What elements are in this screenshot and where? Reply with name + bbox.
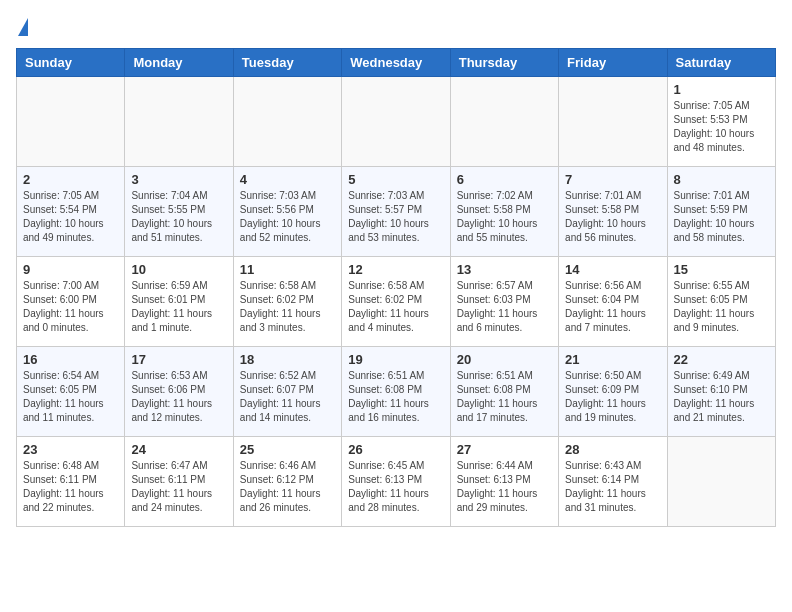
calendar-cell: 1Sunrise: 7:05 AM Sunset: 5:53 PM Daylig… [667, 77, 775, 167]
calendar-week-2: 2Sunrise: 7:05 AM Sunset: 5:54 PM Daylig… [17, 167, 776, 257]
calendar-cell: 20Sunrise: 6:51 AM Sunset: 6:08 PM Dayli… [450, 347, 558, 437]
day-number: 28 [565, 442, 660, 457]
day-number: 26 [348, 442, 443, 457]
calendar-cell [559, 77, 667, 167]
weekday-header-monday: Monday [125, 49, 233, 77]
day-info: Sunrise: 6:58 AM Sunset: 6:02 PM Dayligh… [240, 279, 335, 335]
calendar-week-1: 1Sunrise: 7:05 AM Sunset: 5:53 PM Daylig… [17, 77, 776, 167]
day-number: 12 [348, 262, 443, 277]
day-number: 6 [457, 172, 552, 187]
calendar-cell [233, 77, 341, 167]
day-info: Sunrise: 6:53 AM Sunset: 6:06 PM Dayligh… [131, 369, 226, 425]
calendar-cell: 26Sunrise: 6:45 AM Sunset: 6:13 PM Dayli… [342, 437, 450, 527]
day-number: 9 [23, 262, 118, 277]
day-number: 19 [348, 352, 443, 367]
day-number: 11 [240, 262, 335, 277]
calendar-cell: 6Sunrise: 7:02 AM Sunset: 5:58 PM Daylig… [450, 167, 558, 257]
calendar-cell: 17Sunrise: 6:53 AM Sunset: 6:06 PM Dayli… [125, 347, 233, 437]
day-number: 3 [131, 172, 226, 187]
calendar-table: SundayMondayTuesdayWednesdayThursdayFrid… [16, 48, 776, 527]
logo-icon [18, 18, 28, 36]
calendar-cell [17, 77, 125, 167]
day-info: Sunrise: 6:57 AM Sunset: 6:03 PM Dayligh… [457, 279, 552, 335]
day-info: Sunrise: 7:05 AM Sunset: 5:54 PM Dayligh… [23, 189, 118, 245]
day-number: 7 [565, 172, 660, 187]
calendar-cell: 11Sunrise: 6:58 AM Sunset: 6:02 PM Dayli… [233, 257, 341, 347]
day-number: 16 [23, 352, 118, 367]
weekday-header-tuesday: Tuesday [233, 49, 341, 77]
calendar-cell: 12Sunrise: 6:58 AM Sunset: 6:02 PM Dayli… [342, 257, 450, 347]
day-info: Sunrise: 6:50 AM Sunset: 6:09 PM Dayligh… [565, 369, 660, 425]
calendar-cell: 25Sunrise: 6:46 AM Sunset: 6:12 PM Dayli… [233, 437, 341, 527]
day-info: Sunrise: 6:44 AM Sunset: 6:13 PM Dayligh… [457, 459, 552, 515]
calendar-cell [342, 77, 450, 167]
calendar-cell: 10Sunrise: 6:59 AM Sunset: 6:01 PM Dayli… [125, 257, 233, 347]
day-number: 1 [674, 82, 769, 97]
calendar-cell: 4Sunrise: 7:03 AM Sunset: 5:56 PM Daylig… [233, 167, 341, 257]
calendar-cell: 22Sunrise: 6:49 AM Sunset: 6:10 PM Dayli… [667, 347, 775, 437]
day-number: 10 [131, 262, 226, 277]
day-info: Sunrise: 6:47 AM Sunset: 6:11 PM Dayligh… [131, 459, 226, 515]
calendar-cell: 9Sunrise: 7:00 AM Sunset: 6:00 PM Daylig… [17, 257, 125, 347]
day-number: 18 [240, 352, 335, 367]
day-info: Sunrise: 6:51 AM Sunset: 6:08 PM Dayligh… [348, 369, 443, 425]
day-info: Sunrise: 6:45 AM Sunset: 6:13 PM Dayligh… [348, 459, 443, 515]
day-info: Sunrise: 7:03 AM Sunset: 5:56 PM Dayligh… [240, 189, 335, 245]
weekday-header-sunday: Sunday [17, 49, 125, 77]
day-number: 23 [23, 442, 118, 457]
calendar-cell: 21Sunrise: 6:50 AM Sunset: 6:09 PM Dayli… [559, 347, 667, 437]
calendar-cell: 2Sunrise: 7:05 AM Sunset: 5:54 PM Daylig… [17, 167, 125, 257]
day-number: 4 [240, 172, 335, 187]
day-info: Sunrise: 7:03 AM Sunset: 5:57 PM Dayligh… [348, 189, 443, 245]
calendar-cell: 8Sunrise: 7:01 AM Sunset: 5:59 PM Daylig… [667, 167, 775, 257]
calendar-cell: 7Sunrise: 7:01 AM Sunset: 5:58 PM Daylig… [559, 167, 667, 257]
day-number: 21 [565, 352, 660, 367]
day-info: Sunrise: 7:01 AM Sunset: 5:59 PM Dayligh… [674, 189, 769, 245]
day-number: 15 [674, 262, 769, 277]
day-info: Sunrise: 6:49 AM Sunset: 6:10 PM Dayligh… [674, 369, 769, 425]
weekday-header-saturday: Saturday [667, 49, 775, 77]
day-number: 20 [457, 352, 552, 367]
weekday-header-wednesday: Wednesday [342, 49, 450, 77]
calendar-cell: 19Sunrise: 6:51 AM Sunset: 6:08 PM Dayli… [342, 347, 450, 437]
calendar-week-5: 23Sunrise: 6:48 AM Sunset: 6:11 PM Dayli… [17, 437, 776, 527]
day-number: 24 [131, 442, 226, 457]
day-info: Sunrise: 6:55 AM Sunset: 6:05 PM Dayligh… [674, 279, 769, 335]
weekday-header-thursday: Thursday [450, 49, 558, 77]
day-info: Sunrise: 6:54 AM Sunset: 6:05 PM Dayligh… [23, 369, 118, 425]
calendar-week-3: 9Sunrise: 7:00 AM Sunset: 6:00 PM Daylig… [17, 257, 776, 347]
calendar-cell: 15Sunrise: 6:55 AM Sunset: 6:05 PM Dayli… [667, 257, 775, 347]
calendar-cell [667, 437, 775, 527]
calendar-cell: 13Sunrise: 6:57 AM Sunset: 6:03 PM Dayli… [450, 257, 558, 347]
day-info: Sunrise: 7:01 AM Sunset: 5:58 PM Dayligh… [565, 189, 660, 245]
weekday-header-row: SundayMondayTuesdayWednesdayThursdayFrid… [17, 49, 776, 77]
calendar-cell: 5Sunrise: 7:03 AM Sunset: 5:57 PM Daylig… [342, 167, 450, 257]
day-number: 5 [348, 172, 443, 187]
day-number: 17 [131, 352, 226, 367]
calendar-cell [450, 77, 558, 167]
weekday-header-friday: Friday [559, 49, 667, 77]
day-number: 2 [23, 172, 118, 187]
calendar-cell: 28Sunrise: 6:43 AM Sunset: 6:14 PM Dayli… [559, 437, 667, 527]
day-number: 25 [240, 442, 335, 457]
day-number: 8 [674, 172, 769, 187]
day-info: Sunrise: 6:59 AM Sunset: 6:01 PM Dayligh… [131, 279, 226, 335]
calendar-cell: 18Sunrise: 6:52 AM Sunset: 6:07 PM Dayli… [233, 347, 341, 437]
calendar-cell: 3Sunrise: 7:04 AM Sunset: 5:55 PM Daylig… [125, 167, 233, 257]
logo [16, 16, 28, 36]
day-info: Sunrise: 6:43 AM Sunset: 6:14 PM Dayligh… [565, 459, 660, 515]
day-info: Sunrise: 7:00 AM Sunset: 6:00 PM Dayligh… [23, 279, 118, 335]
day-number: 27 [457, 442, 552, 457]
day-info: Sunrise: 7:05 AM Sunset: 5:53 PM Dayligh… [674, 99, 769, 155]
day-number: 13 [457, 262, 552, 277]
day-info: Sunrise: 6:58 AM Sunset: 6:02 PM Dayligh… [348, 279, 443, 335]
calendar-cell [125, 77, 233, 167]
day-info: Sunrise: 6:51 AM Sunset: 6:08 PM Dayligh… [457, 369, 552, 425]
day-info: Sunrise: 6:48 AM Sunset: 6:11 PM Dayligh… [23, 459, 118, 515]
day-info: Sunrise: 6:56 AM Sunset: 6:04 PM Dayligh… [565, 279, 660, 335]
page-header [16, 16, 776, 36]
day-number: 22 [674, 352, 769, 367]
calendar-week-4: 16Sunrise: 6:54 AM Sunset: 6:05 PM Dayli… [17, 347, 776, 437]
calendar-cell: 24Sunrise: 6:47 AM Sunset: 6:11 PM Dayli… [125, 437, 233, 527]
calendar-cell: 14Sunrise: 6:56 AM Sunset: 6:04 PM Dayli… [559, 257, 667, 347]
